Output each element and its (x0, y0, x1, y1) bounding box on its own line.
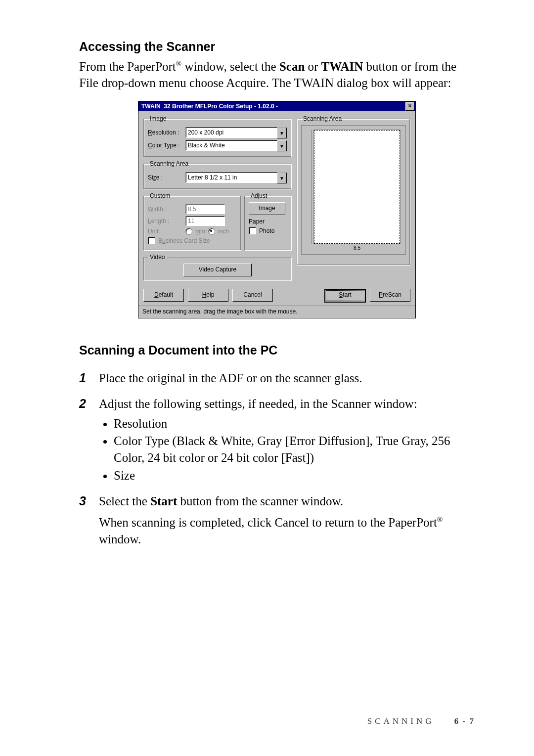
page-footer: SCANNING 6 - 7 (367, 716, 475, 726)
text: window, select the (181, 60, 279, 73)
resolution-combo[interactable]: 200 x 200 dpi ▼ (185, 127, 287, 138)
preview-group-label: Scanning Area (301, 115, 344, 122)
prescan-button[interactable]: PreScan (370, 289, 410, 302)
unit-mm-label: mm (195, 228, 205, 235)
scan-selection-marquee[interactable] (314, 130, 400, 244)
bullet-resolution: Resolution (114, 415, 475, 432)
length-label: Length : (148, 218, 182, 224)
custom-group: Custom Width : 8.5 Length : 11 Unit: (143, 192, 241, 251)
dialog-titlebar[interactable]: TWAIN_32 Brother MFLPro Color Setup - 1.… (138, 101, 415, 111)
bullet-size: Size (114, 467, 475, 484)
cancel-button[interactable]: Cancel (232, 289, 273, 302)
width-label: Width : (148, 206, 182, 213)
registered-mark: ® (437, 516, 443, 524)
unit-inch-label: inch (218, 228, 229, 235)
step-2-bullets: Resolution Color Type (Black & White, Gr… (114, 415, 475, 484)
image-group-label: Image (148, 115, 168, 122)
text: From the PaperPort (79, 60, 176, 73)
step-text: Select the Start button from the scanner… (99, 494, 343, 508)
colortype-combo[interactable]: Black & White ▼ (185, 140, 287, 151)
business-card-label: Business Card Size (158, 237, 210, 244)
preview-group: Scanning Area 8.5 (297, 115, 410, 266)
adjust-group: Adjust Image Paper Photo (244, 192, 292, 251)
scanning-area-group-label: Scanning Area (148, 160, 190, 167)
twain-word: TWAIN (321, 60, 363, 73)
photo-label: Photo (259, 227, 274, 234)
twain-dialog: TWAIN_32 Brother MFLPro Color Setup - 1.… (138, 101, 416, 318)
start-button[interactable]: Start (324, 289, 366, 303)
default-button[interactable]: Default (143, 289, 184, 302)
size-value: Letter 8 1/2 x 11 in (188, 174, 237, 181)
custom-group-label: Custom (148, 192, 172, 199)
photo-checkbox[interactable] (249, 227, 256, 234)
video-capture-button[interactable]: Video Capture (183, 264, 252, 276)
heading-accessing-scanner: Accessing the Scanner (79, 40, 475, 54)
size-combo[interactable]: Letter 8 1/2 x 11 in ▼ (185, 172, 287, 183)
step-3: 3 Select the Start button from the scann… (79, 493, 475, 548)
heading-scanning-document: Scanning a Document into the PC (79, 343, 475, 357)
width-input[interactable]: 8.5 (185, 204, 225, 214)
footer-page-number: 6 - 7 (454, 716, 475, 726)
scan-canvas[interactable] (313, 130, 400, 244)
length-input[interactable]: 11 (185, 216, 225, 226)
dialog-button-row: Default Help Cancel Start PreScan (138, 286, 415, 306)
dialog-title: TWAIN_32 Brother MFLPro Color Setup - 1.… (141, 103, 405, 110)
bullet-colortype: Color Type (Black & White, Gray [Error D… (114, 433, 475, 466)
adjust-image-button[interactable]: Image (249, 202, 285, 215)
step-text: Adjust the following settings, if needed… (99, 397, 417, 410)
step-1: 1 Place the original in the ADF or on th… (79, 370, 475, 387)
step-number: 1 (79, 370, 86, 387)
document-page: Accessing the Scanner From the PaperPort… (0, 0, 534, 756)
step-number: 3 (79, 493, 86, 510)
text: or (305, 60, 321, 73)
adjust-group-label: Adjust (249, 192, 269, 199)
intro-paragraph: From the PaperPort® window, select the S… (79, 59, 475, 91)
step-3-para2: When scanning is completed, click Cancel… (99, 514, 475, 548)
help-button[interactable]: Help (188, 289, 228, 302)
registered-mark: ® (176, 60, 181, 68)
scan-word: Scan (279, 60, 305, 73)
unit-label: Unit: (148, 228, 182, 235)
paper-label: Paper (249, 218, 287, 225)
scanning-area-group: Scanning Area Size : Letter 8 1/2 x 11 i… (143, 160, 292, 189)
size-label: Size : (148, 174, 182, 181)
video-group: Video Video Capture (143, 254, 292, 281)
chevron-down-icon[interactable]: ▼ (277, 128, 287, 138)
video-group-label: Video (148, 254, 167, 261)
step-2: 2 Adjust the following settings, if need… (79, 396, 475, 484)
chevron-down-icon[interactable]: ▼ (277, 140, 287, 151)
close-icon[interactable]: × (405, 102, 414, 111)
horizontal-ruler: 8.5 (313, 245, 400, 252)
vertical-ruler (304, 130, 312, 244)
resolution-value: 200 x 200 dpi (188, 129, 223, 136)
colortype-value: Black & White (188, 142, 225, 149)
chevron-down-icon[interactable]: ▼ (277, 173, 287, 183)
step-text: Place the original in the ADF or on the … (99, 371, 362, 385)
colortype-label: Color Type : (148, 142, 182, 149)
business-card-checkbox[interactable] (148, 237, 155, 244)
unit-mm-radio[interactable] (185, 228, 192, 235)
status-bar: Set the scanning area, drag the image bo… (138, 306, 415, 318)
resolution-label: Resolution : (148, 129, 182, 136)
scan-preview-area[interactable]: 8.5 (301, 125, 406, 255)
image-group: Image Resolution : 200 x 200 dpi ▼ Color… (143, 115, 292, 157)
steps-list: 1 Place the original in the ADF or on th… (79, 370, 475, 548)
unit-inch-radio[interactable] (208, 228, 215, 235)
step-number: 2 (79, 396, 86, 412)
footer-section-label: SCANNING (367, 716, 435, 726)
